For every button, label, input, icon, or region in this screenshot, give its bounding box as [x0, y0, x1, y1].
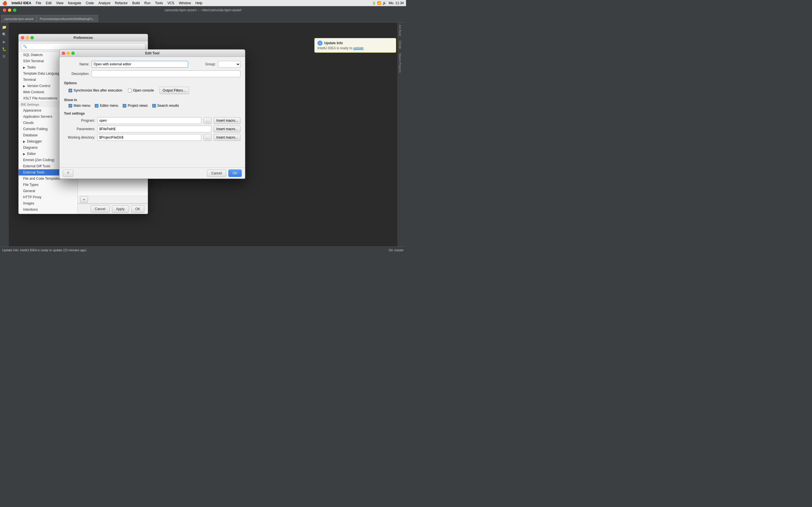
- template-label: Template Data Languages: [23, 71, 63, 75]
- pref-close-btn[interactable]: [21, 36, 24, 40]
- close-button[interactable]: [3, 8, 6, 12]
- tasks-label: Tasks: [27, 65, 36, 69]
- cancel-button[interactable]: Cancel: [207, 170, 226, 177]
- show-in-section: Show in ✓ Main menu ✓ Editor menu: [64, 97, 241, 108]
- footer-right-buttons: Cancel OK: [207, 170, 242, 177]
- editor-menu-checkbox[interactable]: ✓: [95, 104, 98, 108]
- left-icon-strip: 📁 🔍 ▶ 🐛 ⌘: [0, 22, 8, 246]
- clock: Mo. 11:34: [389, 1, 404, 5]
- sidebar-item-http[interactable]: HTTP Proxy: [18, 194, 78, 200]
- tab-process[interactable]: ProcessInstanceAssertIsNotWaitingFo...: [37, 15, 98, 22]
- menu-item-analyze[interactable]: Analyze: [98, 1, 110, 5]
- workdir-insert-macro-btn[interactable]: Insert macro...: [214, 134, 241, 141]
- maximize-button[interactable]: [13, 8, 16, 12]
- project-icon[interactable]: 📁: [1, 24, 8, 31]
- sidebar-item-images[interactable]: Images: [18, 200, 78, 207]
- main-menu-checkbox[interactable]: ✓: [68, 104, 72, 108]
- menu-item-edit[interactable]: Edit: [46, 1, 52, 5]
- pref-min-btn[interactable]: [26, 36, 29, 40]
- pref-apply-btn[interactable]: Apply: [112, 205, 129, 213]
- menu-item-code[interactable]: Code: [86, 1, 94, 5]
- edit-tool-title-bar: Edit Tool: [59, 50, 245, 57]
- sql-label: SQL Dialects: [23, 53, 43, 57]
- name-input[interactable]: [92, 61, 188, 68]
- main-menu-label: Main menu: [73, 104, 90, 108]
- appservers-label: Application Servers: [23, 115, 52, 119]
- sidebar-item-intentions[interactable]: Intentions: [18, 207, 78, 213]
- apple-menu[interactable]: 🍎: [2, 1, 7, 5]
- tab-label-process: ProcessInstanceAssertIsNotWaitingFo...: [40, 17, 95, 20]
- git-status: Git: master: [389, 248, 404, 252]
- preferences-search-input[interactable]: [21, 43, 146, 50]
- output-filters-button[interactable]: Output Filters...: [160, 87, 189, 94]
- find-icon[interactable]: 🔍: [1, 31, 8, 38]
- show-in-label: Show in: [64, 98, 241, 102]
- workdir-input[interactable]: [97, 134, 201, 141]
- maven-icon[interactable]: Maven Projects: [398, 51, 402, 75]
- help-button[interactable]: ?: [63, 170, 73, 177]
- pref-ok-btn[interactable]: OK: [131, 205, 144, 213]
- description-input[interactable]: [92, 70, 241, 77]
- menu-item-view[interactable]: View: [56, 1, 63, 5]
- update-link[interactable]: update: [353, 46, 364, 50]
- sync-files-label: Synchronize files after execution: [73, 89, 122, 93]
- menu-item-intellij[interactable]: IntelliJ IDEA: [11, 1, 31, 5]
- add-tool-btn[interactable]: +: [80, 196, 88, 203]
- edit-tool-max-btn[interactable]: [71, 52, 75, 55]
- images-label: Images: [23, 202, 34, 205]
- emmet-label: Emmet (Zen Coding): [23, 158, 54, 162]
- status-text: Update Info: IntelliJ IDEA is ready to u…: [2, 248, 86, 252]
- editor-arrow: ▶: [23, 152, 26, 156]
- open-console-option: Open console: [128, 89, 154, 93]
- menu-item-run[interactable]: Run: [144, 1, 151, 5]
- menu-item-tools[interactable]: Tools: [155, 1, 163, 5]
- sync-files-checkbox[interactable]: ✓: [68, 89, 72, 93]
- show-in-main-menu: ✓ Main menu: [68, 104, 90, 108]
- pref-bottom-bar: Cancel Apply OK: [78, 204, 148, 214]
- editor-label: Editor: [27, 152, 36, 156]
- program-input[interactable]: [97, 117, 201, 124]
- tasks-arrow: ▶: [23, 66, 26, 69]
- menu-item-file[interactable]: File: [36, 1, 41, 5]
- program-insert-macro-btn[interactable]: Insert macro...: [214, 117, 241, 124]
- debugger-arrow: ▶: [23, 140, 26, 143]
- menu-item-navigate[interactable]: Navigate: [68, 1, 81, 5]
- run-icon[interactable]: ▶: [1, 38, 8, 45]
- structure-icon[interactable]: ⌘: [1, 53, 8, 60]
- params-insert-macro-btn[interactable]: Insert macro...: [214, 126, 241, 132]
- sidebar-item-general[interactable]: General: [18, 188, 78, 194]
- program-browse-btn[interactable]: …: [204, 117, 211, 124]
- search-results-checkbox[interactable]: ✓: [152, 104, 156, 108]
- menu-item-window[interactable]: Window: [179, 1, 191, 5]
- workdir-browse-btn[interactable]: …: [204, 134, 211, 141]
- edit-tool-min-btn[interactable]: [66, 52, 70, 55]
- params-input[interactable]: [97, 126, 211, 132]
- ant-build-icon[interactable]: Ant Build: [398, 22, 402, 38]
- name-label: Name:: [64, 62, 89, 66]
- edit-tool-close-btn[interactable]: [62, 52, 65, 55]
- menu-item-vcs[interactable]: VCS: [167, 1, 174, 5]
- menu-item-refactor[interactable]: Refactor: [115, 1, 128, 5]
- menu-item-build[interactable]: Build: [132, 1, 140, 5]
- show-in-row: ✓ Main menu ✓ Editor menu ✓ Project view…: [64, 104, 241, 108]
- minimize-button[interactable]: [8, 8, 11, 12]
- ide-window: camunda-bpm-assert – ~/dev/camunda-bpm-a…: [0, 6, 406, 253]
- sidebar-item-filetypes[interactable]: File Types: [18, 182, 78, 188]
- menu-item-help[interactable]: Help: [195, 1, 202, 5]
- project-views-checkbox[interactable]: ✓: [123, 104, 126, 108]
- tab-camunda[interactable]: camunda-bpm-assert: [1, 15, 37, 22]
- ok-button[interactable]: OK: [229, 170, 242, 177]
- description-label: Description:: [64, 72, 89, 76]
- debug-icon[interactable]: 🐛: [1, 46, 8, 52]
- status-bar: Update Info: IntelliJ IDEA is ready to u…: [0, 246, 406, 253]
- window-controls: [3, 8, 16, 12]
- database-label: Database: [23, 133, 38, 137]
- right-panel: Ant Build DEtalk Maven Projects: [398, 22, 406, 246]
- group-select[interactable]: [218, 61, 241, 68]
- pref-window-controls: [21, 36, 34, 40]
- detalk-icon[interactable]: DEtalk: [398, 38, 402, 51]
- sidebar-item-javafx[interactable]: JavaFX: [18, 213, 78, 214]
- pref-cancel-btn[interactable]: Cancel: [91, 205, 109, 213]
- pref-max-btn[interactable]: [31, 36, 34, 40]
- open-console-checkbox[interactable]: [128, 89, 132, 93]
